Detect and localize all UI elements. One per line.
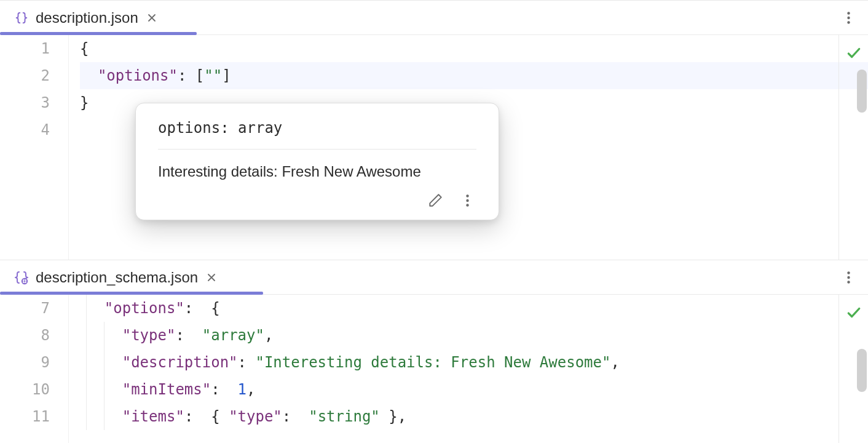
svg-point-8 xyxy=(847,271,850,274)
editor-pane-description: description.json 1 2 3 4 { "options": ["… xyxy=(0,0,868,260)
tab-description-schema-json[interactable]: description_schema.json xyxy=(0,260,230,294)
svg-point-2 xyxy=(847,21,850,23)
line-number: 3 xyxy=(0,89,50,116)
close-icon[interactable] xyxy=(204,270,219,285)
popup-signature: options: array xyxy=(158,119,476,150)
code-line[interactable]: "minItems": 1, xyxy=(69,376,868,403)
code-line[interactable]: "items": { "type": "string" }, xyxy=(69,403,868,430)
code-line[interactable]: { xyxy=(80,35,868,62)
editor-pane-schema: description_schema.json 7 8 9 10 11 "opt… xyxy=(0,260,868,443)
scrollbar-thumb[interactable] xyxy=(857,349,867,392)
json-file-icon xyxy=(14,10,30,26)
line-number-gutter: 1 2 3 4 xyxy=(0,35,69,260)
svg-point-10 xyxy=(847,281,850,283)
more-icon[interactable] xyxy=(458,191,476,210)
scrollbar-thumb[interactable] xyxy=(857,70,867,113)
check-icon xyxy=(846,42,862,70)
tab-options-menu[interactable] xyxy=(840,269,857,286)
tab-options-menu[interactable] xyxy=(840,9,857,26)
svg-point-3 xyxy=(466,194,468,197)
svg-point-7 xyxy=(24,280,26,282)
code-line[interactable]: "type": "array", xyxy=(69,322,868,349)
quick-doc-popup: options: array Interesting details: Fres… xyxy=(135,103,499,220)
tab-bar: description.json xyxy=(0,1,868,35)
json-schema-file-icon xyxy=(14,269,30,285)
tab-label: description_schema.json xyxy=(36,269,198,286)
line-number: 7 xyxy=(0,295,50,322)
line-number: 10 xyxy=(0,376,50,403)
editor[interactable]: 7 8 9 10 11 "options": { "type": "array"… xyxy=(0,295,868,443)
tab-bar: description_schema.json xyxy=(0,260,868,295)
popup-description: Interesting details: Fresh New Awesome xyxy=(158,150,476,180)
line-number: 2 xyxy=(0,62,50,89)
svg-point-4 xyxy=(466,199,468,202)
close-icon[interactable] xyxy=(144,10,159,25)
code-line[interactable]: "options": [""] xyxy=(80,62,868,89)
edit-icon[interactable] xyxy=(426,191,444,210)
check-icon xyxy=(846,302,862,329)
line-number: 4 xyxy=(0,116,50,143)
line-number: 1 xyxy=(0,35,50,62)
svg-point-9 xyxy=(847,276,850,278)
svg-point-1 xyxy=(847,16,850,18)
line-number: 9 xyxy=(0,349,50,376)
svg-point-5 xyxy=(466,204,468,206)
code-line[interactable]: "description": "Interesting details: Fre… xyxy=(69,349,868,376)
svg-point-0 xyxy=(847,12,850,14)
tab-description-json[interactable]: description.json xyxy=(0,1,170,34)
code-line[interactable]: "options": { xyxy=(69,295,868,322)
line-number: 8 xyxy=(0,322,50,349)
inspection-rail xyxy=(838,35,868,260)
line-number-gutter: 7 8 9 10 11 xyxy=(0,295,69,443)
code-area[interactable]: "options": { "type": "array", "descripti… xyxy=(69,295,868,443)
line-number: 11 xyxy=(0,403,50,430)
popup-actions xyxy=(158,180,476,210)
tab-label: description.json xyxy=(36,9,138,26)
